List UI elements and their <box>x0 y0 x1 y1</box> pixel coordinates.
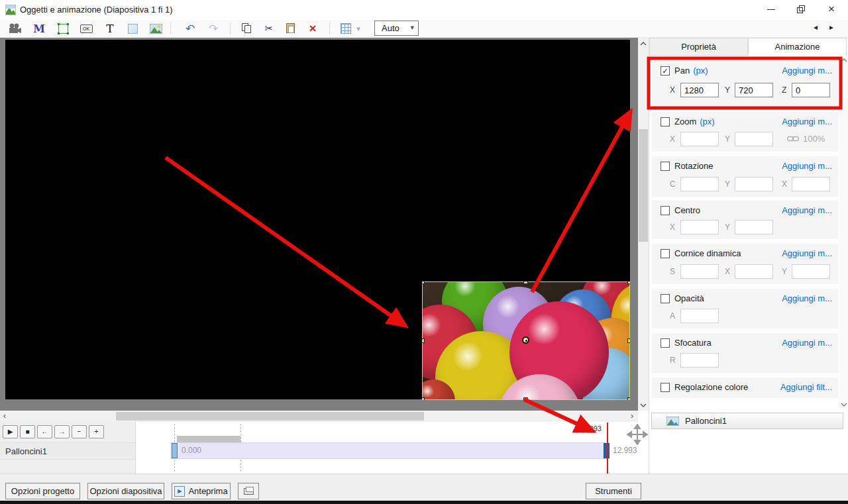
rot-y-input[interactable] <box>735 177 773 191</box>
play-button[interactable]: ▶ <box>3 425 18 438</box>
timeline-horizontal-scrollbar[interactable]: ‹ › <box>0 411 638 422</box>
zoom-x-input[interactable] <box>680 132 719 146</box>
chevron-up-icon[interactable] <box>841 58 847 62</box>
cornice-s-input[interactable] <box>680 264 719 279</box>
opacita-add-link[interactable]: Aggiungi m... <box>782 293 832 303</box>
rotazione-label: Rotazione <box>674 161 714 171</box>
scroll-left-button[interactable]: ‹ <box>0 411 9 422</box>
section-zoom: Zoom(px) Aggiungi m... X Y 100% <box>652 112 838 152</box>
resize-handle[interactable] <box>422 338 425 343</box>
cut-button[interactable]: ✂ <box>262 21 276 36</box>
centro-x-input[interactable] <box>680 220 719 234</box>
undo-button[interactable]: ↶ <box>183 21 197 36</box>
object-list-item-palloncini1[interactable]: Palloncini1 <box>651 413 843 429</box>
balloon-image-object[interactable] <box>422 281 630 400</box>
resize-handle[interactable] <box>523 281 528 284</box>
preview-button[interactable]: ▶ Anteprima <box>172 483 231 499</box>
resize-handle[interactable] <box>627 397 630 400</box>
centro-checkbox[interactable] <box>661 206 670 215</box>
resize-handle[interactable] <box>627 338 630 343</box>
regolazione-checkbox[interactable] <box>661 383 670 392</box>
opacita-a-input[interactable] <box>680 309 719 323</box>
pan-add-link[interactable]: Aggiungi m... <box>782 66 832 76</box>
zoom-add-link[interactable]: Aggiungi m... <box>782 117 832 126</box>
rot-c-input[interactable] <box>680 177 719 191</box>
scroll-down-button[interactable] <box>638 399 649 411</box>
resize-handle[interactable] <box>523 397 528 400</box>
section-cornice-dinamica: Cornice dinamica Aggiungi m... S X Y <box>652 244 838 284</box>
minimize-button[interactable] <box>760 0 782 19</box>
centro-y-input[interactable] <box>735 220 773 234</box>
pan-x-input[interactable] <box>680 83 719 97</box>
rotazione-checkbox[interactable] <box>661 162 670 171</box>
resize-handle[interactable] <box>627 281 630 284</box>
copy-button[interactable] <box>239 21 254 36</box>
fullscreen-button[interactable] <box>238 483 259 499</box>
rectangle-tool[interactable] <box>125 21 140 36</box>
next-keyframe-button[interactable]: → <box>54 425 70 438</box>
scrollbar-thumb[interactable] <box>639 129 648 242</box>
cornice-x-input[interactable] <box>735 264 773 279</box>
track-duration-bar[interactable] <box>170 442 610 459</box>
canvas-vertical-scrollbar[interactable] <box>638 38 649 411</box>
grid-button[interactable] <box>339 21 353 36</box>
resize-handle[interactable] <box>422 397 425 400</box>
prev-keyframe-button[interactable]: ← <box>37 425 52 438</box>
zoom-y-input[interactable] <box>735 132 773 146</box>
tab-animazione[interactable]: Animazione <box>748 38 847 56</box>
tab-proprieta[interactable]: Proprietà <box>649 38 748 56</box>
paste-button[interactable] <box>284 21 298 36</box>
grid-dropdown[interactable]: ▾ <box>354 21 363 36</box>
panel-nav-right[interactable]: ▸ <box>829 23 833 32</box>
chevron-down-icon[interactable] <box>841 403 847 407</box>
preview-play-icon: ▶ <box>174 486 185 497</box>
resize-handle[interactable] <box>422 281 425 284</box>
sfocatura-label: Sfocatura <box>674 338 712 348</box>
regolazione-add-link[interactable]: Aggiungi filt... <box>780 382 832 392</box>
sfocatura-add-link[interactable]: Aggiungi m... <box>782 338 832 348</box>
slide-options-button[interactable]: Opzioni diapositiva <box>87 483 164 499</box>
cornice-checkbox[interactable] <box>661 249 670 258</box>
text-tool[interactable]: T <box>103 21 117 36</box>
pan-checkbox[interactable]: ✓ <box>661 66 670 76</box>
sfocatura-r-label: R <box>670 356 676 365</box>
centro-add-link[interactable]: Aggiungi m... <box>782 205 832 215</box>
panel-scrollbar[interactable] <box>839 56 848 411</box>
pan-z-input[interactable] <box>792 83 830 97</box>
object-center-marker[interactable] <box>522 336 529 344</box>
zoom-in-button[interactable]: + <box>89 425 104 438</box>
selection-frame-tool[interactable] <box>56 21 70 36</box>
button-tool[interactable]: OK <box>79 21 93 36</box>
rot-x-input[interactable] <box>792 177 830 191</box>
scrollbar-thumb[interactable] <box>116 412 424 421</box>
cornice-add-link[interactable]: Aggiungi m... <box>782 248 832 258</box>
start-keyframe[interactable] <box>172 443 178 458</box>
video-camera-icon <box>9 23 22 34</box>
panel-nav-left[interactable]: ◂ <box>814 23 818 32</box>
playhead-line[interactable] <box>607 423 608 474</box>
paste-icon <box>284 21 298 36</box>
tools-button[interactable]: Strumenti <box>586 483 641 499</box>
restore-button[interactable] <box>789 0 812 19</box>
mask-tool[interactable]: M <box>32 21 46 36</box>
rotazione-add-link[interactable]: Aggiungi m... <box>782 161 832 171</box>
opacita-checkbox[interactable] <box>661 294 670 303</box>
scroll-right-button[interactable]: › <box>627 411 637 422</box>
pan-y-input[interactable] <box>735 83 773 97</box>
sfocatura-checkbox[interactable] <box>661 338 670 348</box>
zoom-out-button[interactable]: − <box>72 425 87 438</box>
redo-button[interactable]: ↷ <box>206 21 221 36</box>
stop-button[interactable]: ■ <box>20 425 35 438</box>
track-row-header[interactable]: Palloncini1 <box>0 442 135 460</box>
zoom-mode-select[interactable]: Auto ▾ <box>374 21 419 36</box>
add-image-tool[interactable] <box>148 21 163 36</box>
video-camera-tool[interactable] <box>8 21 23 36</box>
cornice-y-input[interactable] <box>792 264 830 279</box>
sfocatura-r-input[interactable] <box>680 353 719 368</box>
zoom-checkbox[interactable] <box>661 117 670 126</box>
delete-button[interactable]: × <box>305 21 320 36</box>
close-button[interactable]: × <box>820 0 843 19</box>
scroll-up-button[interactable] <box>638 38 649 49</box>
canvas-workspace[interactable] <box>0 38 638 411</box>
project-options-button[interactable]: Opzioni progetto <box>5 483 80 499</box>
